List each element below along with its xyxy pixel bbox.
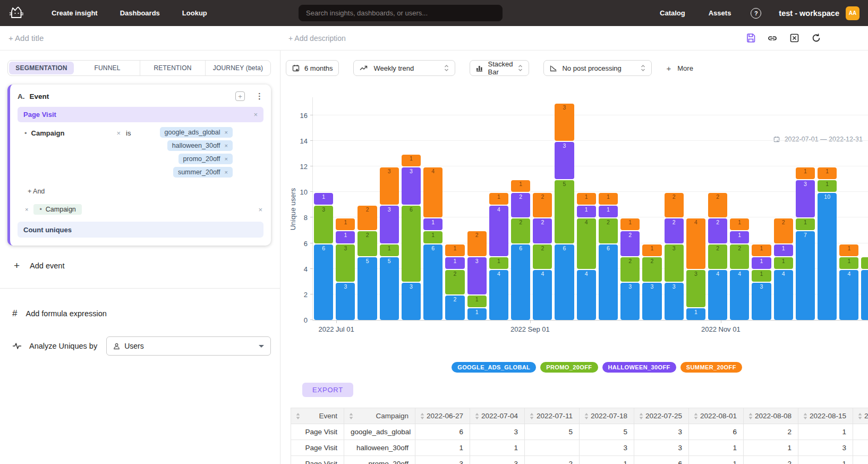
segment-summer_20off[interactable]: 1 xyxy=(642,244,661,256)
segment-summer_20off[interactable]: 1 xyxy=(402,155,421,166)
sort-icon[interactable] xyxy=(349,413,353,419)
add-title-button[interactable]: + Add title xyxy=(8,33,44,43)
refresh-icon[interactable] xyxy=(810,32,822,45)
column-header-campaign[interactable]: Campaign xyxy=(344,408,415,424)
segment-google_ads_global[interactable]: 3 xyxy=(402,283,421,320)
segment-halloween_30off[interactable]: 1 xyxy=(577,206,596,217)
column-header-2022-08-01[interactable]: 2022-08-01 xyxy=(689,408,744,424)
segment-google_ads_global[interactable]: 10 xyxy=(818,193,837,320)
segment-promo_20off[interactable]: 1 xyxy=(467,296,487,307)
bar-2022-06-27[interactable]: 631 xyxy=(314,192,333,320)
segment-google_ads_global[interactable]: 4 xyxy=(577,270,596,320)
segment-google_ads_global[interactable]: 6 xyxy=(314,244,333,320)
segment-halloween_30off[interactable]: 1 xyxy=(730,231,749,243)
tab-journey-beta-[interactable]: JOURNEY (beta) xyxy=(205,61,270,75)
event-select-row[interactable]: Page Visit × xyxy=(18,107,263,122)
bar-2022-12-05[interactable]: 1011 xyxy=(818,166,837,320)
bar-2022-07-04[interactable]: 3311 xyxy=(336,217,355,320)
segment-google_ads_global[interactable]: 3 xyxy=(752,283,771,320)
bar-2022-11-07[interactable]: 4211 xyxy=(730,217,749,320)
segment-halloween_30off[interactable]: 1 xyxy=(314,193,333,205)
segment-google_ads_global[interactable]: 6 xyxy=(511,244,530,320)
aggregation-select[interactable]: Count uniques xyxy=(18,222,263,238)
duplicate-event-icon[interactable]: + xyxy=(235,91,245,101)
sort-icon[interactable] xyxy=(420,413,424,419)
segment-google_ads_global[interactable]: 2 xyxy=(445,296,464,320)
bar-2022-09-26[interactable]: 6211 xyxy=(599,192,618,320)
filter-operator[interactable]: is xyxy=(126,127,131,137)
segment-promo_20off[interactable]: 2 xyxy=(620,257,640,282)
search-input[interactable] xyxy=(299,5,503,21)
segment-halloween_30off[interactable]: 2 xyxy=(708,218,727,243)
segment-google_ads_global[interactable]: 4 xyxy=(489,270,508,320)
close-box-icon[interactable] xyxy=(788,32,801,45)
filter-value-tag[interactable]: google_ads_global× xyxy=(160,127,233,138)
segment-halloween_30off[interactable]: 3 xyxy=(555,142,574,179)
analyze-by-select[interactable]: Users xyxy=(106,336,271,356)
add-description-button[interactable]: + Add description xyxy=(288,34,346,43)
sort-icon[interactable] xyxy=(530,413,534,419)
segment-promo_20off[interactable]: 2 xyxy=(533,244,552,269)
legend-halloween_30off[interactable]: HALLOWEEN_30OFF xyxy=(602,362,676,373)
bar-2022-07-11[interactable]: 522 xyxy=(358,205,377,320)
column-header-event[interactable]: Event xyxy=(291,408,344,424)
segment-halloween_30off[interactable]: 3 xyxy=(796,180,815,217)
segment-promo_20off[interactable]: 2 xyxy=(730,244,749,269)
sort-icon[interactable] xyxy=(584,413,589,419)
bar-2022-10-24[interactable]: 134 xyxy=(686,217,705,320)
segment-promo_20off[interactable]: 1 xyxy=(796,218,815,230)
add-and-filter-button[interactable]: + And xyxy=(28,188,263,195)
bar-2022-11-21[interactable]: 4112 xyxy=(774,217,793,320)
nav-item-lookup[interactable]: Lookup xyxy=(171,9,218,17)
segment-promo_20off[interactable]: 3 xyxy=(686,270,705,307)
segment-summer_20off[interactable]: 3 xyxy=(380,167,399,205)
segment-promo_20off[interactable]: 1 xyxy=(489,257,508,269)
sort-icon[interactable] xyxy=(639,413,643,419)
segment-summer_20off[interactable]: 1 xyxy=(818,167,837,179)
segment-summer_20off[interactable]: 4 xyxy=(423,167,442,217)
time-range-button[interactable]: 6 months xyxy=(286,60,339,76)
segment-google_ads_global[interactable]: 5 xyxy=(380,257,399,320)
bar-2022-07-25[interactable]: 3631 xyxy=(402,154,421,320)
selected-event[interactable]: Page Visit xyxy=(23,111,56,119)
segment-summer_20off[interactable]: 1 xyxy=(730,218,749,230)
segment-halloween_30off[interactable]: 1 xyxy=(774,244,793,256)
column-header-2022-06-27[interactable]: 2022-06-27 xyxy=(415,408,470,424)
segment-summer_20off[interactable]: 2 xyxy=(774,218,793,243)
segment-promo_20off[interactable]: 2 xyxy=(445,270,464,294)
segment-summer_20off[interactable]: 1 xyxy=(839,244,858,256)
save-icon[interactable] xyxy=(744,32,757,45)
segment-halloween_30off[interactable]: 1 xyxy=(445,257,464,269)
segment-summer_20off[interactable]: 1 xyxy=(445,244,464,256)
bar-2022-08-29[interactable]: 6221 xyxy=(511,179,530,320)
segment-google_ads_global[interactable]: 4 xyxy=(861,270,868,320)
segment-google_ads_global[interactable]: 1 xyxy=(467,308,487,320)
sort-icon[interactable] xyxy=(748,413,753,419)
segment-google_ads_global[interactable]: 3 xyxy=(642,283,661,320)
segment-google_ads_global[interactable]: 6 xyxy=(555,244,574,320)
bar-2022-12-19[interactable]: 41 xyxy=(861,256,868,320)
segment-promo_20off[interactable]: 2 xyxy=(358,231,377,256)
link-icon[interactable] xyxy=(766,32,779,45)
bar-2022-10-10[interactable]: 321 xyxy=(642,243,661,320)
segment-promo_20off[interactable]: 5 xyxy=(555,180,574,243)
more-button[interactable]: + More xyxy=(666,64,693,73)
segment-summer_20off[interactable]: 1 xyxy=(752,244,771,256)
remove-value-icon[interactable]: × xyxy=(225,169,228,175)
remove-value-icon[interactable]: × xyxy=(225,156,228,162)
nav-item-create-insight[interactable]: Create insight xyxy=(40,9,109,17)
segment-promo_20off[interactable]: 3 xyxy=(665,244,684,282)
trend-select[interactable]: Weekly trend xyxy=(353,60,455,76)
segment-google_ads_global[interactable]: 5 xyxy=(358,257,377,320)
segment-google_ads_global[interactable]: 6 xyxy=(599,244,618,320)
segment-summer_20off[interactable]: 1 xyxy=(336,218,355,230)
nav-link-assets[interactable]: Assets xyxy=(697,9,743,17)
segment-promo_20off[interactable]: 2 xyxy=(599,218,618,243)
bar-2022-09-12[interactable]: 6533 xyxy=(555,103,574,320)
segment-summer_20off[interactable]: 2 xyxy=(533,193,552,217)
breakdown-close-icon[interactable]: × xyxy=(258,206,262,214)
segment-summer_20off[interactable]: 1 xyxy=(577,193,596,205)
legend-promo_20off[interactable]: PROMO_20OFF xyxy=(540,362,598,373)
segment-halloween_30off[interactable]: 3 xyxy=(467,257,487,294)
bar-2022-09-19[interactable]: 4411 xyxy=(577,192,596,320)
